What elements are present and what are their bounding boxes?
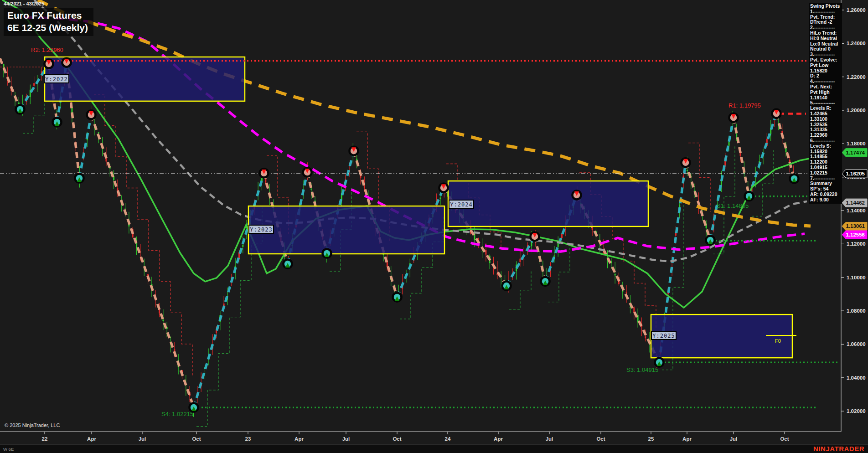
price-badge-value: 1.13061: [846, 223, 865, 229]
y-tick-label[interactable]: 1.26000: [847, 7, 866, 13]
ma-fast-green: [2, 0, 823, 308]
x-tick-label[interactable]: Apr: [294, 436, 304, 442]
x-tick-label[interactable]: 23: [245, 436, 251, 442]
x-tick-label[interactable]: 22: [42, 436, 48, 442]
level-label-r1: R1: 1.19795: [728, 102, 761, 109]
price-badge-value: 1.14462: [846, 200, 865, 206]
x-tick-label[interactable]: Oct: [780, 436, 789, 442]
panel-line: Pvt High: [810, 90, 842, 95]
panel-line: 6.-------------: [810, 138, 842, 144]
x-tick-label[interactable]: Apr: [494, 436, 503, 442]
swing-pivots-panel: Swing Pivots1.-------------Pvt. Trend:DT…: [809, 3, 842, 204]
panel-line: Hi:0 Neutral: [810, 36, 842, 41]
panel-line: 1.-------------: [810, 9, 842, 15]
price-badge-value: 1.12556: [846, 232, 865, 237]
trailing-stop-steps: [23, 98, 45, 133]
instrument-name: Euro FX Futures: [7, 9, 88, 21]
panel-line: 1.33100: [810, 117, 842, 122]
chart-window: R2: 1.22960R1: 1.19795S1: 1.14855S3: 1.0…: [0, 0, 868, 453]
level-label-r2: R2: 1.22960: [31, 46, 63, 53]
panel-line: AR: 0.09220: [810, 192, 842, 197]
y-tick-label[interactable]: 1.22000: [847, 74, 866, 80]
panel-line: AF: 9.00: [810, 197, 842, 203]
contract-interval: 6E 12-25 (Weekly): [7, 21, 88, 34]
zigzag-down-leg: [91, 115, 194, 407]
panel-line: HiLo Trend:: [810, 31, 842, 36]
x-tick-label[interactable]: Jul: [342, 436, 350, 442]
x-tick-label[interactable]: Jul: [139, 436, 146, 442]
y-tick-label[interactable]: 1.24000: [847, 41, 866, 46]
ninjatrader-logo: NINJATRADER: [813, 445, 864, 453]
x-tick-label[interactable]: Oct: [393, 436, 401, 442]
x-tick-label[interactable]: Apr: [682, 436, 692, 442]
panel-line: Pvt Low: [810, 63, 842, 68]
level-label-s1: S1: 1.14855: [717, 202, 749, 209]
zigzag-down-leg: [535, 237, 545, 281]
y-tick-label[interactable]: 1.18000: [847, 141, 866, 146]
status-bar: [0, 444, 868, 453]
price-chart[interactable]: R2: 1.22960R1: 1.19795S1: 1.14855S3: 1.0…: [0, 0, 868, 453]
panel-line: 1.02215: [810, 170, 842, 176]
y-tick-label[interactable]: 1.12000: [847, 241, 866, 247]
f0-label: F0: [775, 338, 781, 344]
y-tick-label[interactable]: 1.10000: [847, 275, 866, 280]
y-tick-label[interactable]: 1.08000: [847, 308, 866, 314]
zigzag-up-leg: [749, 113, 776, 196]
level-label-s3: S3: 1.04915: [626, 366, 658, 373]
level-label-s4: S4: 1.02215: [161, 411, 193, 417]
year-chip-label: Y:2025: [652, 333, 675, 339]
year-chip-label: Y:2024: [450, 201, 472, 208]
price-badge-value: 1.17474: [846, 150, 865, 155]
trailing-stop-steps: [94, 94, 192, 375]
chart-title: Euro FX Futures 6E 12-25 (Weekly): [4, 8, 93, 36]
x-tick-label[interactable]: Apr: [87, 436, 96, 442]
panel-line: Pvt. Next:: [810, 84, 842, 90]
series-tag: W 6E: [3, 447, 14, 452]
copyright-label: © 2025 NinjaTrader, LLC: [5, 422, 60, 428]
panel-line: 1.42465: [810, 111, 842, 117]
x-tick-label[interactable]: 25: [648, 436, 654, 442]
moving-averages-layer: [2, 0, 823, 308]
year-range-box[interactable]: [248, 206, 444, 254]
y-tick-label[interactable]: 1.20000: [847, 108, 866, 113]
x-tick-label[interactable]: Oct: [596, 436, 605, 442]
x-tick-label[interactable]: Oct: [192, 436, 201, 442]
visible-range-label: 44/2021 - 43/2025: [4, 1, 44, 6]
trailing-stop-steps: [713, 146, 735, 254]
x-tick-label[interactable]: 24: [445, 436, 451, 442]
trailing-stop-steps: [752, 150, 774, 216]
zigzag-down-leg: [686, 163, 710, 240]
panel-line: 1.04915: [810, 165, 842, 170]
year-range-box[interactable]: [448, 181, 648, 226]
panel-line: Pvt. Evolve:: [810, 57, 842, 63]
zigzag-up-leg: [79, 115, 91, 178]
x-tick-label[interactable]: Jul: [730, 436, 738, 442]
year-range-box[interactable]: [45, 57, 245, 101]
y-tick-label[interactable]: 1.14000: [847, 208, 866, 213]
price-badge-value: 1.16205: [846, 171, 865, 176]
year-chip-label: Y:2022: [45, 76, 67, 82]
y-tick-label[interactable]: 1.06000: [847, 341, 866, 347]
year-chip-label: Y:2023: [250, 226, 272, 233]
price-badges-layer: 1.174741.162051.144621.130611.12556: [842, 149, 867, 239]
panel-line: Levels S:: [810, 144, 842, 149]
zigzag-down-leg: [734, 118, 749, 196]
y-tick-label[interactable]: 1.04000: [847, 375, 866, 381]
x-tick-label[interactable]: Jul: [546, 436, 553, 442]
zigzag-down-leg: [776, 113, 794, 179]
zigzag-down-leg: [0, 58, 20, 109]
y-tick-label[interactable]: 1.02000: [847, 408, 866, 414]
